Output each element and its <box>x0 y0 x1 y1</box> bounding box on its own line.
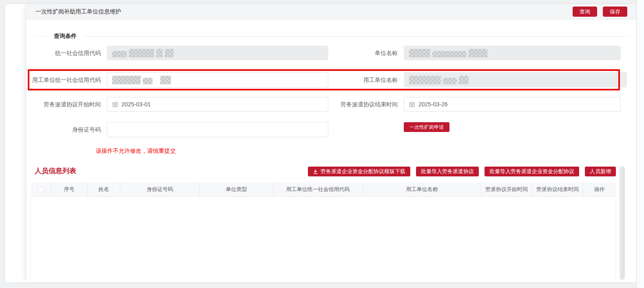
table-header-row: 序号 姓名 身份证号码 单位类型 用工单位统一社会信用代码 用工单位名称 劳派协… <box>31 182 616 197</box>
collapsed-sidebar <box>5 4 27 282</box>
page-header: 一次性扩岗补助用工单位信息维护 查询 保存 <box>27 4 636 20</box>
import-fund-agreement-button[interactable]: 批量导入劳务派遣企业资金分配协议 <box>485 167 579 176</box>
dispatch-end-label: 劳务派遣协议结束时间 <box>296 97 398 112</box>
dispatch-end-date-input[interactable]: 2025-03-26 <box>404 97 621 112</box>
redacted-value <box>409 75 469 84</box>
calendar-icon <box>112 101 118 108</box>
browser-scrollbar-track[interactable] <box>636 0 644 288</box>
save-button[interactable]: 保存 <box>603 7 627 17</box>
id-number-label: 身份证号码 <box>27 122 101 137</box>
table-action-bar: 劳务派遣企业资金分配协议模版下载 批量导入劳务派遣协议 批量导入劳务派遣企业资金… <box>308 167 616 176</box>
unit-name-field <box>404 46 621 60</box>
col-unit-type: 单位类型 <box>200 182 273 196</box>
form-panel: 查询条件 统一社会信用代码 单位名称 用工单位统一社会信用代 <box>27 20 636 282</box>
warning-text: 该操作不允许修改，请慎重提交 <box>96 147 176 155</box>
dispatch-start-date-input[interactable]: 2025-03-01 <box>107 97 328 112</box>
import-dispatch-button[interactable]: 批量导入劳务派遣协议 <box>416 167 479 176</box>
query-button[interactable]: 查询 <box>573 7 597 17</box>
employer-name-field <box>404 72 627 88</box>
redacted-value <box>112 75 171 84</box>
template-download-button[interactable]: 劳务派遣企业资金分配协议模版下载 <box>308 167 410 176</box>
employer-name-label: 用工单位名称 <box>296 72 398 88</box>
col-name: 姓名 <box>88 182 120 196</box>
col-agree-start: 劳派协议开始时间 <box>481 182 532 196</box>
col-id-number: 身份证号码 <box>120 182 200 196</box>
main-card: 一次性扩岗补助用工单位信息维护 查询 保存 查询条件 统一社会信用代码 <box>5 4 636 282</box>
personnel-table: 序号 姓名 身份证号码 单位类型 用工单位统一社会信用代码 用工单位名称 劳派协… <box>31 182 616 282</box>
id-number-input[interactable] <box>107 122 328 137</box>
content-pane: 一次性扩岗补助用工单位信息维护 查询 保存 查询条件 统一社会信用代码 <box>27 4 636 282</box>
download-icon <box>313 169 318 174</box>
table-body-empty <box>31 197 616 282</box>
credit-code-field <box>107 46 328 60</box>
credit-code-label: 统一社会信用代码 <box>27 46 101 60</box>
page-title: 一次性扩岗补助用工单位信息维护 <box>35 8 121 15</box>
unit-name-label: 单位名称 <box>296 46 398 60</box>
add-person-button[interactable]: 人员新增 <box>585 167 616 176</box>
dispatch-start-value: 2025-03-01 <box>122 101 151 108</box>
template-download-label: 劳务派遣企业资金分配协议模版下载 <box>321 168 405 175</box>
select-all-cell <box>31 182 51 196</box>
select-all-checkbox[interactable] <box>38 187 44 192</box>
col-seq: 序号 <box>51 182 88 196</box>
app-window: 一次性扩岗补助用工单位信息维护 查询 保存 查询条件 统一社会信用代码 <box>0 0 644 288</box>
dispatch-start-label: 劳务派遣协议开始时间 <box>27 97 101 112</box>
section-title: 查询条件 <box>54 33 77 40</box>
col-agree-end: 劳派协议结束时间 <box>532 182 583 196</box>
col-employer-name: 用工单位名称 <box>363 182 481 196</box>
pane-scrollbar-thumb[interactable] <box>620 166 625 280</box>
employer-credit-code-input[interactable] <box>107 72 328 88</box>
employer-credit-code-label: 用工单位统一社会信用代码 <box>27 72 101 88</box>
section-query-conditions: 查询条件 <box>35 32 630 40</box>
header-buttons: 查询 保存 <box>573 7 627 17</box>
redacted-value <box>409 48 487 57</box>
dispatch-end-value: 2025-03-26 <box>418 101 448 108</box>
divider-line-right <box>84 36 630 37</box>
col-actions: 操作 <box>583 182 616 196</box>
divider-line-left <box>35 36 47 37</box>
redacted-value <box>112 48 174 57</box>
one-time-expand-apply-button[interactable]: 一次性扩岗申请 <box>404 122 449 132</box>
personnel-list-title: 人员信息列表 <box>35 166 76 176</box>
col-employer-code: 用工单位统一社会信用代码 <box>273 182 363 196</box>
calendar-icon <box>409 101 415 108</box>
